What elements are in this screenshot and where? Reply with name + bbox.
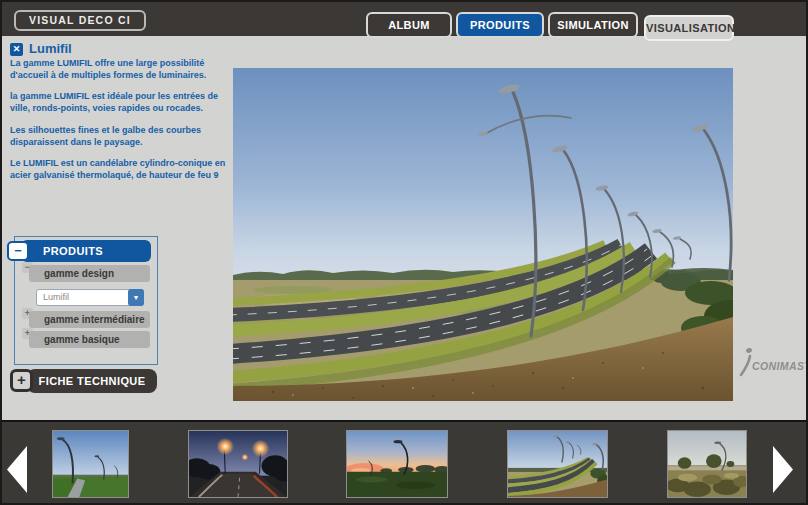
thumbnail-2[interactable] [188,430,288,498]
group-gamme-basique[interactable]: gamme basique [29,331,150,348]
thumbnail-4-image [508,431,607,497]
product-select[interactable]: Lumifil ▼ [36,289,144,306]
thumbnail-5[interactable] [667,430,747,498]
thumbnail-3[interactable] [346,430,448,498]
products-panel-header[interactable]: PRODUITS [21,240,151,262]
road-scene-image [233,68,733,401]
product-title: Lumifil [29,41,72,56]
thumbnail-4[interactable] [507,430,608,498]
conimast-i-icon [739,346,753,378]
expand-fiche-icon[interactable]: + [10,369,33,392]
tab-album[interactable]: ALBUM [366,12,452,38]
description-paragraph: La gamme LUMIFIL offre une large possibi… [10,57,226,81]
thumbnail-1-image [53,431,128,497]
thumbnail-2-image [189,431,287,497]
tab-produits[interactable]: PRODUITS [456,12,544,38]
previous-arrow-icon[interactable] [6,445,28,494]
close-info-icon[interactable]: ✕ [10,43,23,56]
thumbnail-strip [2,420,806,503]
product-description: La gamme LUMIFIL offre une large possibi… [10,57,226,190]
tab-visualisation[interactable]: VISUALISATION [644,15,734,41]
description-paragraph: Le LUMIFIL est un candélabre cylindro-co… [10,157,226,181]
description-paragraph: Les silhouettes fines et le galbe des co… [10,124,226,148]
main-product-photo [233,68,733,401]
thumbnail-3-image [347,431,447,497]
fiche-technique-button[interactable]: FICHE TECHNIQUE [27,369,157,393]
product-select-value: Lumifil [43,290,69,305]
conimast-logo: CONIMAST [739,346,805,380]
app-logo: VISUAL DECO CI [14,10,146,31]
visual-deco-app: VISUAL DECO CI ALBUM PRODUITS SIMULATION… [0,0,808,505]
next-arrow-icon[interactable] [772,445,794,494]
description-paragraph: la gamme LUMIFIL est idéale pour les ent… [10,90,226,114]
conimast-wordmark: CONIMAST [752,360,808,372]
thumbnail-5-image [668,431,746,497]
collapse-panel-button[interactable]: − [7,241,29,261]
tab-simulation[interactable]: SIMULATION [548,12,638,38]
group-gamme-design[interactable]: gamme design [29,265,150,282]
group-gamme-intermediaire[interactable]: gamme intermédiaire [29,311,150,328]
chevron-down-icon[interactable]: ▼ [128,289,144,306]
thumbnail-1[interactable] [52,430,129,498]
